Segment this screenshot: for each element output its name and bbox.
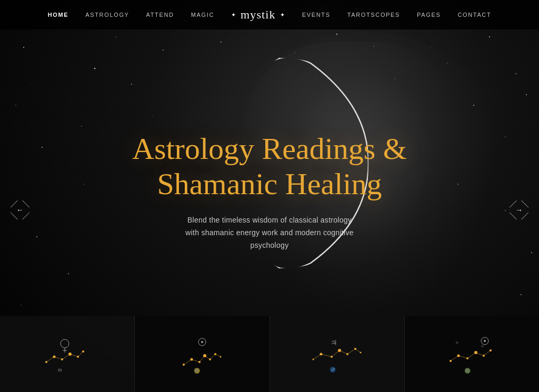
svg-line-56 <box>184 359 192 365</box>
svg-point-48 <box>61 358 63 360</box>
svg-point-81 <box>338 349 341 352</box>
constellation-cards: m ♌ <box>0 316 539 392</box>
svg-point-68 <box>219 356 221 357</box>
nav-attend[interactable]: ATTEND <box>146 12 174 18</box>
svg-point-49 <box>68 353 72 356</box>
svg-point-78 <box>313 358 314 360</box>
svg-point-2 <box>94 68 95 69</box>
svg-line-60 <box>210 354 215 359</box>
svg-line-76 <box>347 349 355 354</box>
svg-point-46 <box>45 361 47 363</box>
svg-point-80 <box>331 356 333 358</box>
hero-subtitle: Blend the timeless wisdom of classical a… <box>180 214 359 252</box>
svg-point-97 <box>490 349 492 351</box>
svg-text:←: ← <box>16 206 24 214</box>
svg-point-99 <box>484 340 486 342</box>
svg-line-72 <box>313 354 321 359</box>
svg-point-35 <box>152 115 153 116</box>
svg-point-62 <box>183 364 185 366</box>
svg-point-3 <box>115 36 116 37</box>
nav-astrology[interactable]: ASTROLOGY <box>85 12 129 18</box>
svg-point-92 <box>450 360 452 362</box>
card-scorpio[interactable]: m <box>0 316 135 392</box>
nav-pages[interactable]: PAGES <box>417 12 441 18</box>
svg-point-84 <box>360 351 362 353</box>
svg-point-26 <box>521 294 522 295</box>
svg-point-20 <box>526 94 527 95</box>
hero-section: HOME ASTROLOGY ATTEND MAGIC ✦mystik✦ EVE… <box>0 0 539 392</box>
svg-point-31 <box>32 84 32 85</box>
svg-text:α: α <box>481 343 484 348</box>
svg-point-29 <box>131 84 132 85</box>
card-leo[interactable]: ♌ <box>135 316 270 392</box>
svg-point-95 <box>474 351 477 354</box>
svg-point-66 <box>209 358 211 360</box>
svg-text:→: → <box>515 206 523 214</box>
svg-point-47 <box>53 355 55 358</box>
hero-title: Astrology Readings & Shamanic Healing <box>0 132 539 202</box>
svg-point-14 <box>515 73 516 74</box>
card-virgo[interactable]: α α ♍ <box>405 316 539 392</box>
card-sagittarius[interactable]: ♃ ♐ <box>270 316 405 392</box>
svg-line-73 <box>321 354 332 357</box>
main-nav: HOME ASTROLOGY ATTEND MAGIC ✦mystik✦ EVE… <box>0 0 539 29</box>
prev-arrow[interactable]: ← <box>11 200 29 222</box>
svg-line-45 <box>78 351 83 357</box>
next-arrow[interactable]: → <box>510 200 528 222</box>
svg-line-91 <box>484 350 491 356</box>
svg-line-41 <box>46 357 54 362</box>
svg-point-17 <box>81 126 82 126</box>
svg-point-52 <box>61 339 69 348</box>
svg-point-4 <box>163 49 164 51</box>
svg-point-0 <box>23 47 24 48</box>
nav-home[interactable]: HOME <box>48 12 69 18</box>
svg-text:♍: ♍ <box>464 367 471 374</box>
svg-text:α: α <box>456 339 458 345</box>
svg-point-70 <box>201 341 203 343</box>
svg-point-93 <box>457 354 460 357</box>
svg-point-82 <box>346 353 348 355</box>
svg-text:♐: ♐ <box>330 366 336 373</box>
logo-right-diamond: ✦ <box>280 12 285 18</box>
site-logo[interactable]: ✦mystik✦ <box>231 8 285 22</box>
logo-left-diamond: ✦ <box>231 12 236 18</box>
svg-point-13 <box>489 36 490 37</box>
svg-point-94 <box>466 357 468 359</box>
svg-point-63 <box>190 358 193 360</box>
svg-line-87 <box>451 356 458 361</box>
svg-text:♃: ♃ <box>331 339 337 347</box>
svg-point-51 <box>82 350 84 353</box>
svg-point-79 <box>320 353 323 355</box>
hero-content: Astrology Readings & Shamanic Healing Bl… <box>0 132 539 252</box>
nav-tarotscopes[interactable]: TAROTSCOPES <box>347 12 400 18</box>
svg-point-64 <box>198 361 201 363</box>
svg-point-25 <box>21 305 21 305</box>
svg-point-96 <box>483 355 485 357</box>
svg-point-15 <box>15 105 16 106</box>
nav-events[interactable]: EVENTS <box>302 12 331 18</box>
svg-point-67 <box>214 353 216 355</box>
svg-text:m: m <box>58 367 62 373</box>
svg-point-22 <box>68 273 69 274</box>
svg-point-50 <box>77 356 79 358</box>
svg-point-6 <box>221 42 222 43</box>
nav-magic[interactable]: MAGIC <box>191 12 214 18</box>
svg-point-83 <box>354 348 356 350</box>
nav-contact[interactable]: CONTACT <box>457 12 491 18</box>
svg-line-88 <box>458 356 467 358</box>
svg-point-24 <box>531 252 532 253</box>
svg-text:♌: ♌ <box>194 367 201 374</box>
svg-point-65 <box>203 354 206 357</box>
